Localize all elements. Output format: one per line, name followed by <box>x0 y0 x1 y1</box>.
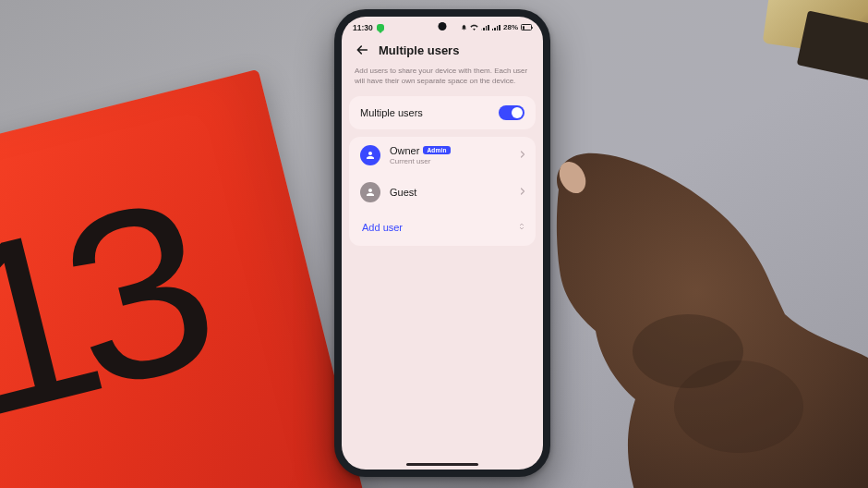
svg-point-2 <box>674 360 803 453</box>
phone-frame: 11:30 28% <box>334 9 550 477</box>
svg-point-1 <box>633 314 743 388</box>
sort-icon <box>517 219 526 236</box>
background-object-dark <box>797 10 868 81</box>
chevron-right-icon <box>517 184 528 201</box>
multiple-users-switch[interactable] <box>499 105 524 120</box>
front-camera <box>439 22 447 30</box>
clock: 11:30 <box>353 23 373 32</box>
owner-subtitle: Current user <box>390 157 508 165</box>
page-header: Multiple users <box>342 35 543 61</box>
wifi-icon <box>470 24 478 30</box>
admin-badge: Admin <box>423 146 450 154</box>
add-user-row[interactable]: Add user <box>349 211 536 246</box>
signal-secondary-icon <box>492 24 500 30</box>
product-box: 13 <box>0 69 374 488</box>
users-card: Owner Admin Current user Guest <box>349 137 536 246</box>
product-box-number: 13 <box>0 148 218 472</box>
svg-point-0 <box>554 157 591 198</box>
memory-card <box>782 456 822 483</box>
owner-name: Owner <box>390 145 419 156</box>
back-icon[interactable] <box>355 43 369 57</box>
status-bar-left: 11:30 <box>353 23 384 32</box>
signal-primary-icon <box>481 24 489 30</box>
guest-avatar-icon <box>360 182 380 202</box>
chevron-right-icon <box>517 147 528 164</box>
add-user-label: Add user <box>362 222 403 233</box>
page-title: Multiple users <box>379 43 459 57</box>
hand <box>508 102 868 488</box>
home-indicator[interactable] <box>406 463 478 466</box>
phone-screen: 11:30 28% <box>342 17 543 470</box>
multiple-users-toggle-label: Multiple users <box>360 107 423 118</box>
multiple-users-toggle-row[interactable]: Multiple users <box>349 96 536 129</box>
status-bar-right: 28% <box>461 23 532 31</box>
guest-name: Guest <box>390 187 416 198</box>
messaging-icon <box>377 24 384 31</box>
user-row-guest[interactable]: Guest <box>349 174 536 211</box>
battery-percent: 28% <box>503 23 518 31</box>
alarm-icon <box>461 24 467 30</box>
owner-avatar-icon <box>360 145 380 165</box>
battery-icon <box>521 24 532 30</box>
page-description: Add users to share your device with them… <box>342 61 543 96</box>
multiple-users-toggle-card: Multiple users <box>349 96 536 129</box>
user-row-owner[interactable]: Owner Admin Current user <box>349 137 536 174</box>
